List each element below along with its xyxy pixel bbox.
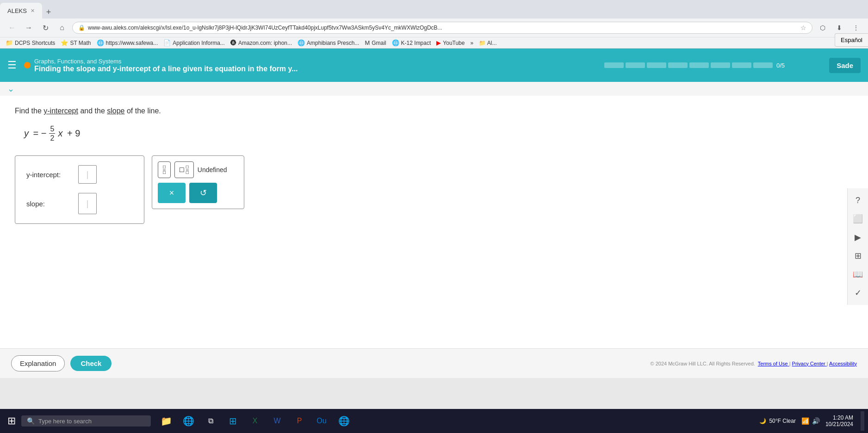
clear-button[interactable]: × <box>158 183 186 203</box>
y-intercept-input[interactable]: | <box>78 165 97 184</box>
bookmarks-more[interactable]: » <box>470 40 473 46</box>
user-name: Sade <box>829 58 861 73</box>
taskbar-powerpoint[interactable]: P <box>290 411 309 431</box>
accessibility-link[interactable]: Accessibility <box>829 361 857 366</box>
taskbar-date: 10/21/2024 <box>825 421 853 427</box>
extensions-button[interactable]: ⬡ <box>816 21 829 34</box>
bookmark-k12-label: K-12 Impact <box>401 40 431 46</box>
check-button[interactable]: Check <box>70 356 112 371</box>
reload-button[interactable]: ↻ <box>39 21 52 34</box>
y-intercept-row: y-intercept: | <box>26 165 133 184</box>
undo-button[interactable]: ↺ <box>189 183 217 203</box>
fraction-button[interactable]: □ □ <box>158 161 171 178</box>
progress-seg-1 <box>604 62 624 68</box>
question-instruction: Find the y-intercept and the slope of th… <box>15 107 853 115</box>
keypad: □ □ □ □ □ Undefined × ↺ <box>152 155 244 209</box>
bookmarks-bar: 📁 DCPS Shortcuts ⭐ ST Math 🌐 https://www… <box>0 37 868 48</box>
taskbar-outlook[interactable]: Ou <box>312 411 331 431</box>
address-bar[interactable]: 🔒 www-awu.aleks.com/alekscgi/x/lsl.exe/1… <box>72 22 812 34</box>
slope-row: slope: | <box>26 193 133 214</box>
bookmark-amphibians-label: Amphibians Presch... <box>307 40 359 46</box>
slope-input[interactable]: | <box>78 193 97 214</box>
main-content: Find the y-intercept and the slope of th… <box>0 96 868 348</box>
taskbar-sys-icons: 📶 🔊 <box>801 417 820 425</box>
bookmark-application-label: Application Informa... <box>173 40 225 46</box>
taskbar-clock[interactable]: 1:20 AM 10/21/2024 <box>825 414 853 427</box>
back-button[interactable]: ← <box>6 21 19 34</box>
bookmark-safeway[interactable]: 🌐 https://www.safewa... <box>97 39 158 46</box>
taskbar-system-tray: 🌙 50°F Clear 📶 🔊 1:20 AM 10/21/2024 <box>759 411 864 431</box>
sidebar-check-icon[interactable]: ✓ <box>849 285 866 301</box>
taskbar-edge[interactable]: 🌐 <box>334 411 353 431</box>
sidebar-play-icon[interactable]: ▶ <box>849 229 866 246</box>
taskbar-file-manager[interactable]: 📁 <box>156 411 176 431</box>
bookmark-amazon-label: Amazon.com: iphon... <box>238 40 292 46</box>
bookmark-dcps[interactable]: 📁 DCPS Shortcuts <box>6 39 55 46</box>
hamburger-menu-button[interactable]: ☰ <box>7 59 17 71</box>
search-icon: 🔍 <box>27 417 35 425</box>
search-input[interactable]: Type here to search <box>38 418 92 425</box>
mixed-fraction-button[interactable]: □ □ □ <box>174 161 194 178</box>
show-desktop-button[interactable] <box>861 411 864 431</box>
sidebar-expand-icon[interactable]: ⬜ <box>849 210 866 227</box>
taskbar-word[interactable]: W <box>267 411 287 431</box>
topic-label: Graphs, Functions, and Systems <box>34 58 298 65</box>
sidebar-question-icon[interactable]: ? <box>849 192 866 209</box>
bookmark-application[interactable]: 📄 Application Informa... <box>163 39 225 46</box>
keypad-row1: □ □ □ □ □ Undefined <box>158 161 238 178</box>
explanation-button[interactable]: Explanation <box>11 355 65 371</box>
search-bar[interactable]: 🔍 Type here to search <box>21 415 151 427</box>
network-icon[interactable]: 📶 <box>801 417 809 425</box>
progress-count: 0/5 <box>776 62 785 69</box>
collapse-button[interactable]: ⌄ <box>7 84 14 94</box>
menu-button[interactable]: ⋮ <box>849 21 862 34</box>
privacy-link[interactable]: Privacy Center <box>792 361 827 366</box>
bookmark-k12[interactable]: 🌐 K-12 Impact <box>392 39 431 46</box>
bookmark-dcps-label: DCPS Shortcuts <box>15 40 55 46</box>
aleks-logo-dot <box>24 62 31 68</box>
progress-segments <box>604 62 773 68</box>
y-intercept-underline: y-intercept <box>43 107 78 115</box>
slope-underline: slope <box>107 107 124 115</box>
equation-fraction: 5 2 <box>49 124 55 142</box>
bookmark-amazon[interactable]: 🅐 Amazon.com: iphon... <box>230 39 292 46</box>
taskbar-weather: 🌙 50°F Clear <box>759 418 796 424</box>
bookmark-youtube[interactable]: ▶ YouTube <box>436 39 465 46</box>
taskbar-browser-chrome[interactable]: 🌐 <box>179 411 198 431</box>
download-button[interactable]: ⬇ <box>833 21 846 34</box>
bookmark-amphibians[interactable]: 🌐 Amphibians Presch... <box>298 39 359 46</box>
terms-link[interactable]: Terms of Use <box>758 361 789 366</box>
progress-seg-5 <box>689 62 709 68</box>
bookmark-gmail[interactable]: M Gmail <box>365 39 386 46</box>
tab-close-icon[interactable]: ✕ <box>31 8 35 14</box>
volume-icon[interactable]: 🔊 <box>812 417 820 425</box>
progress-seg-7 <box>732 62 751 68</box>
slope-label: slope: <box>26 200 73 208</box>
bookmark-youtube-label: YouTube <box>443 40 465 46</box>
bookmark-gmail-label: Gmail <box>372 40 386 46</box>
star-icon[interactable]: ☆ <box>800 24 806 31</box>
sidebar-grid-icon[interactable]: ⊞ <box>849 247 866 264</box>
taskbar-task-view[interactable]: ⧉ <box>201 411 220 431</box>
taskbar: ⊞ 🔍 Type here to search 📁 🌐 ⧉ ⊞ X W P Ou… <box>0 409 868 433</box>
active-tab[interactable]: ALEKS ✕ <box>0 3 42 19</box>
equation-equals: = − <box>31 128 46 139</box>
bookmark-stmath[interactable]: ⭐ ST Math <box>61 39 91 46</box>
progress-seg-2 <box>626 62 645 68</box>
equation-x: x <box>58 128 62 139</box>
sidebar-book-icon[interactable]: 📖 <box>849 266 866 283</box>
tab-bar: ALEKS ✕ + <box>0 0 868 19</box>
undefined-button[interactable]: Undefined <box>198 166 227 173</box>
taskbar-windows[interactable]: ⊞ <box>223 411 242 431</box>
browser-chrome: ALEKS ✕ + ← → ↻ ⌂ 🔒 www-awu.aleks.com/al… <box>0 0 868 49</box>
nav-bar: ← → ↻ ⌂ 🔒 www-awu.aleks.com/alekscgi/x/l… <box>0 19 868 37</box>
start-button[interactable]: ⊞ <box>4 413 19 429</box>
taskbar-excel[interactable]: X <box>245 411 265 431</box>
new-tab-button[interactable]: + <box>42 6 55 19</box>
home-button[interactable]: ⌂ <box>56 21 68 34</box>
bookmark-stmath-label: ST Math <box>70 40 91 46</box>
forward-button[interactable]: → <box>22 21 35 34</box>
copyright-text: © 2024 McGraw Hill LLC. All Rights Reser… <box>651 361 857 366</box>
bookmark-all[interactable]: 📁 Al... <box>479 40 496 46</box>
espanol-button[interactable]: Español <box>835 33 868 47</box>
